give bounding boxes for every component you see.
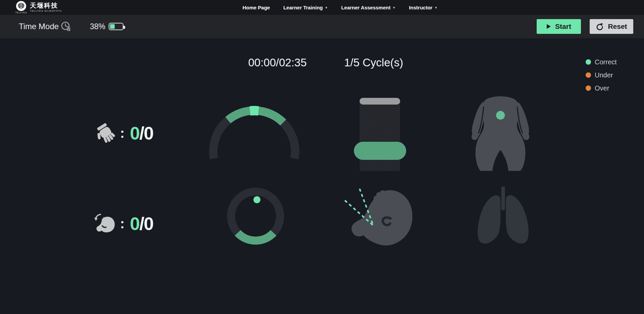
compression-counter: : 0 / 0 bbox=[95, 121, 153, 145]
reset-icon bbox=[596, 22, 604, 30]
legend: Correct Under Over bbox=[586, 57, 617, 93]
battery-percent-label: 38% bbox=[90, 22, 105, 31]
brand-mark-label: TELLYES bbox=[15, 11, 27, 14]
session-status: 00:00/02:35 1/5 Cycle(s) bbox=[248, 56, 403, 69]
nav-item-label: Learner Training bbox=[283, 5, 323, 10]
clock-lock-icon bbox=[60, 20, 72, 33]
nav-item-label: Learner Assessment bbox=[341, 5, 390, 10]
start-button[interactable]: Start bbox=[537, 19, 581, 34]
compression-hand-icon bbox=[95, 122, 117, 144]
toolbar-actions: Start Reset bbox=[537, 19, 633, 34]
nav-item-label: Instructor bbox=[409, 5, 432, 10]
counter-colon: : bbox=[120, 216, 124, 231]
legend-dot-under bbox=[586, 72, 591, 78]
reset-button[interactable]: Reset bbox=[590, 19, 633, 34]
brand-name-cn: 天堰科技 bbox=[30, 2, 62, 9]
ventilation-counter: : 0 / 0 bbox=[93, 211, 153, 236]
ventilation-marker-dot bbox=[254, 196, 261, 203]
legend-item-over: Over bbox=[586, 83, 617, 93]
counter-separator: / bbox=[139, 211, 144, 236]
compression-rate-arc-gauge bbox=[207, 105, 302, 162]
legend-dot-over bbox=[586, 85, 591, 91]
depth-bar-track bbox=[360, 101, 400, 171]
nav-item-learner-assessment[interactable]: Learner Assessment ▼ bbox=[341, 5, 395, 10]
manikin-body-silhouette bbox=[467, 94, 534, 172]
legend-label: Correct bbox=[595, 58, 617, 66]
reset-button-label: Reset bbox=[608, 22, 627, 30]
brand-logo[interactable]: TELLYES 天堰科技 TELLYES SCIENTIFIC bbox=[15, 1, 62, 14]
brand-text: 天堰科技 TELLYES SCIENTIFIC bbox=[30, 1, 62, 12]
top-navbar: TELLYES 天堰科技 TELLYES SCIENTIFIC Home Pag… bbox=[0, 0, 644, 15]
time-mode-label: Time Mode bbox=[19, 22, 59, 31]
rate-marker bbox=[250, 111, 259, 111]
head-tilt-silhouette bbox=[343, 185, 415, 252]
ventilations-total: 0 bbox=[144, 211, 153, 236]
time-mode-control[interactable]: Time Mode bbox=[19, 15, 72, 38]
caret-down-icon: ▼ bbox=[434, 6, 437, 9]
battery-nub bbox=[123, 26, 125, 29]
legend-dot-correct bbox=[586, 59, 591, 65]
compressions-completed: 0 bbox=[130, 121, 139, 145]
nav-item-label: Home Page bbox=[243, 5, 270, 10]
nav-item-home-page[interactable]: Home Page bbox=[243, 5, 270, 10]
brand-name-en: TELLYES SCIENTIFIC bbox=[30, 9, 62, 12]
battery-indicator: 38% bbox=[90, 15, 123, 38]
caret-down-icon: ▼ bbox=[325, 6, 328, 9]
legend-label: Over bbox=[595, 84, 609, 92]
start-button-label: Start bbox=[555, 22, 571, 30]
play-icon bbox=[546, 24, 551, 29]
depth-target-zone bbox=[354, 142, 406, 160]
cpr-dashboard: 00:00/02:35 1/5 Cycle(s) Correct Under O… bbox=[0, 38, 644, 314]
compressions-total: 0 bbox=[144, 121, 153, 145]
cycle-counter: 1/5 Cycle(s) bbox=[344, 56, 403, 69]
legend-label: Under bbox=[595, 71, 613, 79]
ventilations-completed: 0 bbox=[130, 211, 139, 236]
nav-item-instructor[interactable]: Instructor ▼ bbox=[409, 5, 437, 10]
counter-colon: : bbox=[120, 126, 124, 141]
counter-separator: / bbox=[139, 121, 144, 145]
caret-down-icon: ▼ bbox=[392, 6, 395, 9]
nav-menu: Home Page Learner Training ▼ Learner Ass… bbox=[243, 0, 437, 15]
tellyes-logo-icon bbox=[16, 1, 26, 11]
nav-item-learner-training[interactable]: Learner Training ▼ bbox=[283, 5, 328, 10]
depth-bar-handle bbox=[360, 98, 400, 105]
session-timer: 00:00/02:35 bbox=[248, 56, 307, 69]
chest-compression-point bbox=[496, 111, 505, 120]
legend-item-correct: Correct bbox=[586, 57, 617, 67]
battery-icon bbox=[109, 23, 123, 30]
toolbar: Time Mode 38% Start bbox=[0, 15, 644, 38]
lungs-silhouette bbox=[472, 186, 534, 247]
legend-item-under: Under bbox=[586, 70, 617, 80]
compression-depth-bar bbox=[352, 97, 408, 174]
head-tilt-icon bbox=[93, 212, 117, 235]
app-root: TELLYES 天堰科技 TELLYES SCIENTIFIC Home Pag… bbox=[0, 0, 644, 314]
brand-mark: TELLYES bbox=[15, 1, 27, 14]
ventilation-ring-gauge bbox=[225, 186, 286, 246]
battery-fill bbox=[110, 24, 115, 29]
